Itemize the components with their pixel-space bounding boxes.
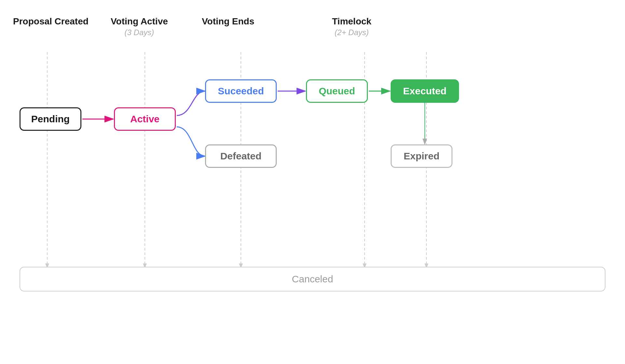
diagram-container: Proposal Created Voting Active (3 Days) …: [0, 0, 625, 364]
col-timelock-sublabel: (2+ Days): [335, 28, 369, 37]
state-executed: Executed: [391, 79, 459, 103]
col-proposal-created-label: Proposal Created: [13, 16, 89, 27]
col-timelock: Timelock (2+ Days): [332, 0, 371, 37]
state-pending-label: Pending: [31, 114, 70, 125]
state-succeeded: Suceeded: [205, 79, 277, 103]
col-voting-active-sublabel: (3 Days): [125, 28, 154, 37]
state-active-label: Active: [130, 114, 160, 125]
state-queued-label: Queued: [319, 86, 355, 97]
col-voting-ends-label: Voting Ends: [202, 16, 254, 27]
col-timelock-label: Timelock: [332, 16, 371, 27]
col-voting-active-label: Voting Active: [111, 16, 168, 27]
state-canceled-label: Canceled: [292, 274, 333, 285]
state-expired: Expired: [391, 144, 452, 168]
state-queued: Queued: [306, 79, 368, 103]
col-voting-active: Voting Active (3 Days): [111, 0, 168, 37]
state-pending: Pending: [20, 107, 81, 131]
state-defeated: Defeated: [205, 144, 277, 168]
state-defeated-label: Defeated: [220, 151, 262, 162]
col-voting-ends: Voting Ends: [202, 0, 254, 27]
state-executed-label: Executed: [403, 86, 446, 97]
state-canceled: Canceled: [20, 267, 605, 291]
arrows-svg: [0, 0, 625, 364]
state-active: Active: [114, 107, 176, 131]
state-expired-label: Expired: [404, 151, 439, 162]
col-proposal-created: Proposal Created: [13, 0, 89, 27]
state-succeeded-label: Suceeded: [218, 86, 264, 97]
